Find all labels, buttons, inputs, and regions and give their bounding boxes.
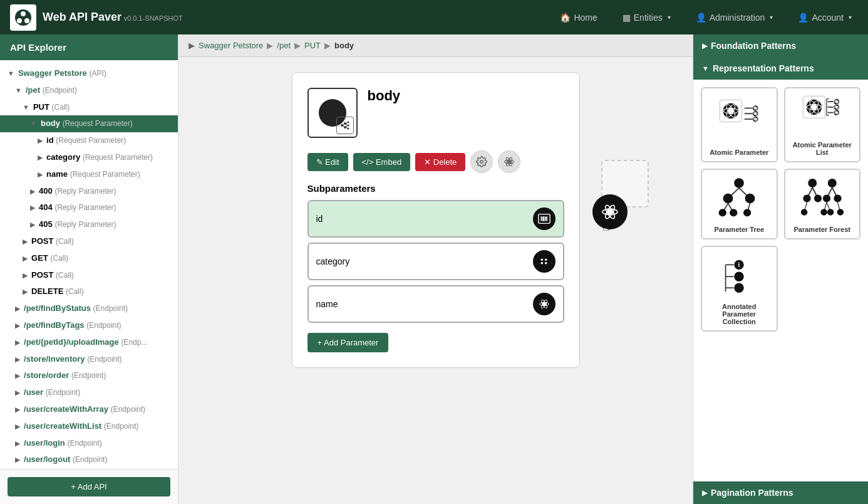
sidebar-item-id[interactable]: ▶ id (Request Parameter)	[0, 132, 178, 149]
account-caret: ▾	[849, 14, 852, 21]
pattern-card-parameter-forest[interactable]: Parameter Forest	[784, 169, 861, 239]
pattern-card-annotated-parameter-collection[interactable]: i Annotated Parameter Collection	[701, 246, 778, 332]
sidebar-item-createWithArray[interactable]: ▶ /user/createWithArray (Endpoint)	[0, 401, 178, 418]
sidebar-item-findByTags[interactable]: ▶ /pet/findByTags (Endpoint)	[0, 317, 178, 334]
sidebar-item-post2[interactable]: ▶ POST (Call)	[0, 267, 178, 284]
breadcrumb-item-0[interactable]: Swagger Petstore	[199, 41, 263, 50]
sidebar-item-swagger[interactable]: ▼ Swagger Petstore (API)	[0, 65, 178, 82]
body-card: body ✎ Edit </> Embed ✕ Delete	[292, 72, 580, 368]
entities-caret: ▾	[668, 14, 671, 21]
edit-button[interactable]: ✎ Edit	[307, 153, 348, 171]
tree-arrow-id: ▶	[38, 137, 44, 144]
breadcrumb-sep-1: ▶	[267, 41, 273, 50]
sidebar-item-post1[interactable]: ▶ POST (Call)	[0, 233, 178, 250]
admin-caret: ▾	[770, 14, 773, 21]
svg-point-94	[719, 209, 726, 216]
extra-action-button[interactable]	[470, 150, 493, 173]
sidebar-item-uploadImage[interactable]: ▶ /pet/{petId}/uploadImage (Endp...	[0, 334, 178, 351]
sidebar-item-createWithList[interactable]: ▶ /user/createWithList (Endpoint)	[0, 418, 178, 435]
sidebar-item-404[interactable]: ▶ 404 (Reply Parameter)	[0, 199, 178, 216]
body-card-wrapper: body ✎ Edit </> Embed ✕ Delete	[292, 72, 580, 368]
svg-point-16	[480, 160, 483, 164]
representation-patterns-content: Atomic Parameter	[693, 80, 868, 339]
sidebar-item-body[interactable]: ▼ body (Request Parameter)	[0, 115, 178, 132]
pagination-patterns-header[interactable]: ▶ Pagination Patterns	[693, 481, 868, 504]
subparam-id-label: id	[316, 214, 323, 224]
nav-entities[interactable]: ▦ Entities ▾	[616, 9, 677, 26]
sidebar-item-findByStatus[interactable]: ▶ /pet/findByStatus (Endpoint)	[0, 300, 178, 317]
svg-point-109	[834, 194, 841, 202]
sidebar-item-pet[interactable]: ▼ /pet (Endpoint)	[0, 82, 178, 99]
atomic-parameter-label: Atomic Parameter	[710, 149, 768, 156]
tree-arrow-400: ▶	[30, 187, 37, 195]
sidebar-item-name[interactable]: ▶ name (Request Parameter)	[0, 166, 178, 183]
atomic-parameter-list-icon	[800, 93, 844, 137]
sidebar-item-405[interactable]: ▶ 405 (Reply Parameter)	[0, 216, 178, 233]
svg-line-14	[346, 125, 347, 127]
svg-line-10	[343, 124, 344, 126]
atomic-parameter-list-label: Atomic Parameter List	[790, 141, 855, 156]
tree-arrow-body: ▼	[30, 120, 39, 127]
nav-home[interactable]: 🏠 Home	[554, 9, 603, 26]
svg-point-114	[820, 209, 827, 216]
svg-line-15	[346, 127, 347, 129]
svg-point-104	[801, 209, 808, 216]
sidebar-item-userLogin[interactable]: ▶ /user/login (Endpoint)	[0, 435, 178, 452]
main-layout: API Explorer ▼ Swagger Petstore (API)▼ /…	[0, 34, 868, 504]
body-icon-box	[307, 88, 358, 138]
subparam-name-label: name	[316, 299, 338, 309]
sidebar-item-400[interactable]: ▶ 400 (Reply Parameter)	[0, 183, 178, 200]
breadcrumb-sep-2: ▶	[294, 41, 301, 50]
representation-patterns-header[interactable]: ▼ Representation Patterns	[693, 57, 868, 80]
tree-arrow-userLogout: ▶	[15, 456, 22, 463]
svg-point-101	[803, 194, 810, 202]
subparam-row-id[interactable]: id	[307, 200, 564, 238]
tree-arrow-put: ▼	[23, 103, 31, 111]
sidebar-item-storeOrder[interactable]: ▶ /store/order (Endpoint)	[0, 367, 178, 384]
sidebar-item-put[interactable]: ▼ PUT (Call)	[0, 99, 178, 116]
tree-arrow-findByTags: ▶	[15, 322, 22, 329]
sidebar-footer: + Add API	[0, 469, 178, 504]
sidebar-item-userLogout[interactable]: ▶ /user/logout (Endpoint)	[0, 451, 178, 468]
pattern-card-parameter-tree[interactable]: Parameter Tree	[701, 169, 778, 239]
svg-point-87	[734, 178, 744, 188]
embed-button[interactable]: </> Embed	[353, 153, 411, 171]
sidebar-item-delete[interactable]: ▶ DELETE (Call)	[0, 283, 178, 300]
pattern-card-atomic-parameter[interactable]: Atomic Parameter	[701, 87, 778, 162]
delete-button[interactable]: ✕ Delete	[415, 153, 465, 171]
subparam-row-category[interactable]: category	[307, 243, 564, 280]
tree-arrow-user: ▶	[15, 389, 22, 396]
svg-point-30	[544, 258, 547, 261]
body-card-header: body	[307, 88, 564, 138]
nav-administration[interactable]: 👤 Administration ▾	[690, 9, 780, 26]
svg-point-29	[540, 258, 543, 261]
pattern-card-atomic-parameter-list[interactable]: Atomic Parameter List	[784, 87, 861, 162]
svg-point-9	[347, 128, 349, 130]
breadcrumb-item-2[interactable]: PUT	[304, 41, 321, 50]
tree-arrow-userLogin: ▶	[15, 439, 22, 447]
subparam-row-name[interactable]: name	[307, 285, 564, 323]
sidebar-item-storeInventory[interactable]: ▶ /store/inventory (Endpoint)	[0, 351, 178, 368]
add-param-button[interactable]: + Add Parameter	[307, 333, 389, 352]
nav-brand: Web API Paver v0.0.1-SNAPSHOT	[10, 4, 183, 31]
atomic-parameter-icon	[717, 93, 761, 145]
breadcrumb-item-1[interactable]: /pet	[277, 41, 291, 50]
sidebar-item-user[interactable]: ▶ /user (Endpoint)	[0, 384, 178, 401]
tree-arrow-uploadImage: ▶	[15, 339, 22, 346]
add-api-button[interactable]: + Add API	[8, 477, 170, 496]
atom-action-button[interactable]	[498, 150, 520, 173]
foundation-patterns-header[interactable]: ▶ Foundation Patterns	[693, 34, 868, 57]
svg-point-121	[735, 272, 744, 281]
body-title-container: body	[368, 88, 401, 104]
body-actions: ✎ Edit </> Embed ✕ Delete	[307, 150, 564, 173]
sidebar-item-get[interactable]: ▶ GET (Call)	[0, 250, 178, 267]
svg-point-91	[745, 194, 755, 204]
tree-arrow-storeInventory: ▶	[15, 355, 22, 363]
subparam-name-icon	[533, 293, 555, 315]
body-sub-icon	[336, 117, 354, 134]
breadcrumb: ▶ Swagger Petstore▶/pet▶PUT▶body	[178, 34, 693, 57]
tree-arrow-post2: ▶	[23, 271, 29, 279]
breadcrumb-arrow: ▶	[189, 41, 195, 50]
nav-account[interactable]: 👤 Account ▾	[792, 9, 858, 26]
sidebar-item-category[interactable]: ▶ category (Request Parameter)	[0, 149, 178, 166]
